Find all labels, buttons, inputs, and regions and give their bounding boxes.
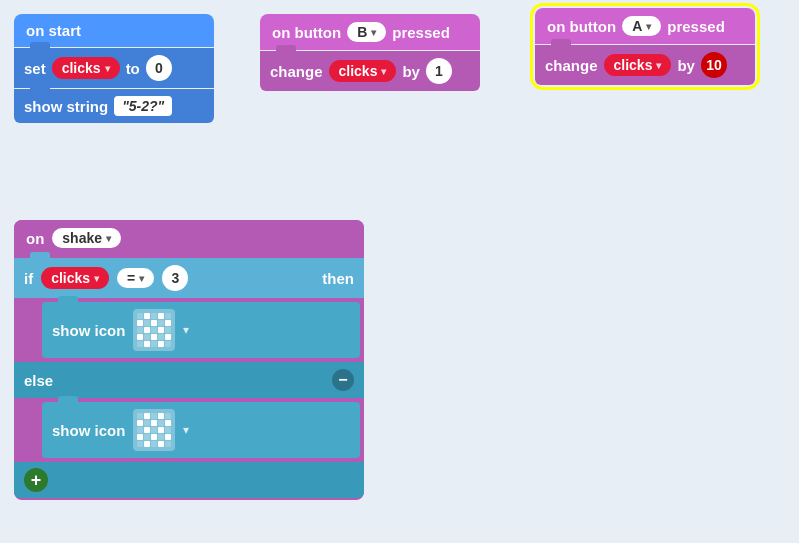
if-op-pill[interactable]: = ▾ [117, 268, 154, 288]
string-value[interactable]: "5-2?" [114, 96, 172, 116]
show-string-block[interactable]: show string "5-2?" [14, 89, 214, 123]
plus-icon: + [31, 470, 42, 491]
icon-grid-2 [133, 409, 175, 451]
show-icon-1-label: show icon [52, 322, 125, 339]
button-b-pill[interactable]: B ▾ [347, 22, 386, 42]
on-button-b-block[interactable]: on button B ▾ pressed change clicks ▾ by… [260, 14, 480, 91]
else-label: else [24, 372, 53, 389]
shake-arrow[interactable]: ▾ [106, 233, 111, 244]
if-clicks-arrow[interactable]: ▾ [94, 273, 99, 284]
if-op-arrow[interactable]: ▾ [139, 273, 144, 284]
on-shake-block[interactable]: on shake ▾ if clicks ▾ = ▾ 3 the [14, 220, 364, 500]
set-block[interactable]: set clicks ▾ to 0 [14, 48, 214, 88]
then-label: then [322, 270, 354, 287]
on-button-a-label1: on button [547, 18, 616, 35]
if-clicks-pill[interactable]: clicks ▾ [41, 267, 109, 289]
on-button-a-block[interactable]: on button A ▾ pressed change clicks ▾ by… [535, 8, 755, 85]
minus-icon: − [338, 371, 347, 389]
change-label-a: change [545, 57, 598, 74]
icon-1-arrow[interactable]: ▾ [183, 323, 189, 337]
change-clicks-b-block[interactable]: change clicks ▾ by 1 [260, 51, 480, 91]
by-label-a: by [677, 57, 695, 74]
on-button-b-label2: pressed [392, 24, 450, 41]
on-start-block[interactable]: on start set clicks ▾ to 0 show string "… [14, 14, 214, 123]
on-button-a-label2: pressed [667, 18, 725, 35]
set-label: set [24, 60, 46, 77]
button-b-arrow[interactable]: ▾ [371, 27, 376, 38]
show-icon-1-block[interactable]: show icon [42, 302, 360, 358]
to-label: to [126, 60, 140, 77]
by-label-b: by [402, 63, 420, 80]
on-shake-header[interactable]: on shake ▾ [14, 220, 364, 256]
else-block: else − [14, 362, 364, 398]
icon-grid-1 [133, 309, 175, 351]
change-clicks-a-block[interactable]: change clicks ▾ by 10 [535, 45, 755, 85]
show-string-label: show string [24, 98, 108, 115]
change-label-b: change [270, 63, 323, 80]
clicks-dropdown-arrow[interactable]: ▾ [105, 63, 110, 74]
clicks-var-pill[interactable]: clicks ▾ [52, 57, 120, 79]
c-block-footer: + [14, 462, 364, 498]
clicks-b-arrow[interactable]: ▾ [381, 66, 386, 77]
if-block-header[interactable]: if clicks ▾ = ▾ 3 then [14, 258, 364, 298]
else-collapse-btn[interactable]: − [332, 369, 354, 391]
clicks-a-pill[interactable]: clicks ▾ [604, 54, 672, 76]
clicks-a-arrow[interactable]: ▾ [656, 60, 661, 71]
button-a-arrow[interactable]: ▾ [646, 21, 651, 32]
show-icon-2-label: show icon [52, 422, 125, 439]
by-value-a-badge[interactable]: 10 [701, 52, 727, 78]
on-shake-on: on [26, 230, 44, 247]
on-start-label: on start [26, 22, 81, 39]
add-block-btn[interactable]: + [24, 468, 48, 492]
button-a-pill[interactable]: A ▾ [622, 16, 661, 36]
set-value-badge[interactable]: 0 [146, 55, 172, 81]
if-cmp-badge[interactable]: 3 [162, 265, 188, 291]
clicks-b-pill[interactable]: clicks ▾ [329, 60, 397, 82]
shake-pill[interactable]: shake ▾ [52, 228, 121, 248]
if-label: if [24, 270, 33, 287]
on-button-b-label1: on button [272, 24, 341, 41]
icon-2-arrow[interactable]: ▾ [183, 423, 189, 437]
show-icon-2-block[interactable]: show icon [42, 402, 360, 458]
by-value-b-badge[interactable]: 1 [426, 58, 452, 84]
